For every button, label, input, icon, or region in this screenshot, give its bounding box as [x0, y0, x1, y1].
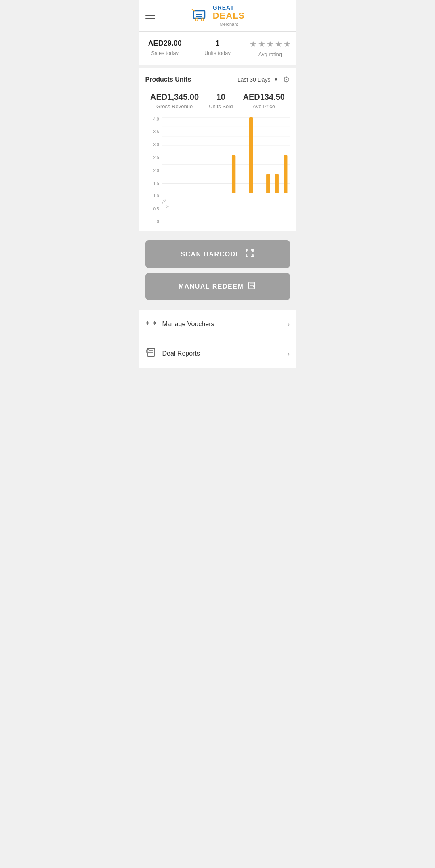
units-value: 1 [195, 39, 240, 48]
scan-barcode-label: SCAN BARCODE [181, 251, 241, 258]
edit-icon [248, 281, 256, 292]
manual-redeem-label: MANUAL REDEEM [179, 283, 244, 290]
y-label-0: 0 [145, 220, 161, 224]
products-header: Products Units Last 30 Days ▼ ⚙ [145, 75, 290, 84]
svg-point-4 [195, 19, 198, 21]
y-label-15: 1.5 [145, 182, 161, 186]
scan-barcode-button[interactable]: SCAN BARCODE [145, 240, 290, 268]
star-5: ★ [284, 39, 291, 49]
star-3: ★ [267, 39, 274, 49]
y-label-25: 2.5 [145, 156, 161, 160]
bar-jul13 [284, 155, 287, 193]
deal-reports-label: Deal Reports [162, 350, 282, 357]
reports-chevron-icon: › [288, 350, 290, 358]
bar-chart: Jun 17 Jun 19 Jun 21 Jun 23 Jun 25 Jun 2… [162, 117, 290, 208]
bar-jul07 [249, 117, 252, 193]
sales-label: Sales today [142, 50, 188, 56]
svg-point-28 [154, 322, 156, 324]
manage-vouchers-item[interactable]: Manage Vouchers › [139, 310, 296, 339]
manual-redeem-button[interactable]: MANUAL REDEEM [145, 273, 290, 300]
logo-deals: DEALS [213, 11, 245, 21]
rating-stat: ★ ★ ★ ★ ★ Avg rating [244, 32, 296, 65]
stars-container: ★ ★ ★ ★ ★ [247, 39, 293, 49]
vouchers-chevron-icon: › [288, 320, 290, 329]
sales-value: AED29.00 [142, 39, 188, 48]
voucher-icon [145, 318, 157, 331]
app-header: GREAT DEALS Merchant [139, 0, 296, 32]
products-section: Products Units Last 30 Days ▼ ⚙ AED1,345… [139, 68, 296, 231]
logo-merchant: Merchant [213, 22, 245, 27]
y-label-35: 3.5 [145, 130, 161, 134]
star-4: ★ [275, 39, 282, 49]
avg-price-metric: AED134.50 Avg Price [243, 92, 285, 109]
menu-button[interactable] [145, 13, 155, 19]
bar-jul03 [231, 155, 235, 193]
y-axis: 4.0 3.5 3.0 2.5 2.0 1.5 1.0 0.5 0 [145, 117, 161, 224]
scan-icon [245, 248, 254, 260]
svg-point-27 [147, 322, 148, 324]
revenue-value: AED1,345.00 [150, 92, 199, 102]
deal-reports-item[interactable]: Deal Reports › [139, 339, 296, 368]
star-1: ★ [250, 39, 257, 49]
settings-icon[interactable]: ⚙ [283, 75, 290, 84]
rating-label: Avg rating [247, 51, 293, 57]
sales-stat: AED29.00 Sales today [139, 32, 191, 65]
units-sold-label: Units Sold [209, 103, 233, 109]
y-label-30: 3.0 [145, 143, 161, 147]
stats-bar: AED29.00 Sales today 1 Units today ★ ★ ★… [139, 32, 296, 65]
logo: GREAT DEALS Merchant [190, 5, 245, 27]
units-sold-metric: 10 Units Sold [209, 92, 233, 109]
action-section: SCAN BARCODE MANUAL REDEEM [139, 234, 296, 306]
svg-rect-33 [147, 350, 149, 353]
metrics-row: AED1,345.00 Gross Revenue 10 Units Sold … [145, 92, 290, 109]
y-label-05: 0.5 [145, 207, 161, 211]
y-label-20: 2.0 [145, 169, 161, 173]
star-2: ★ [258, 39, 265, 49]
revenue-metric: AED1,345.00 Gross Revenue [150, 92, 199, 109]
revenue-label: Gross Revenue [150, 103, 199, 109]
y-label-10: 1.0 [145, 194, 161, 198]
logo-cart-icon [190, 8, 210, 24]
manage-vouchers-label: Manage Vouchers [162, 321, 282, 328]
reports-icon [145, 347, 157, 360]
dropdown-arrow-icon: ▼ [274, 77, 279, 82]
period-selector[interactable]: Last 30 Days ▼ [237, 76, 279, 83]
units-stat: 1 Units today [191, 32, 244, 65]
menu-items: Manage Vouchers › Deal Reports › [139, 310, 296, 368]
units-label: Units today [195, 50, 240, 56]
avg-price-label: Avg Price [243, 103, 285, 109]
logo-great: GREAT [213, 5, 245, 11]
avg-price-value: AED134.50 [243, 92, 285, 102]
chart-container: 4.0 3.5 3.0 2.5 2.0 1.5 1.0 0.5 0 [145, 117, 290, 224]
bar-jul11b [275, 174, 278, 193]
bar-jul11a [266, 174, 270, 193]
svg-point-5 [201, 19, 204, 21]
period-label: Last 30 Days [237, 76, 271, 83]
logo-text: GREAT DEALS Merchant [213, 5, 245, 27]
units-sold-value: 10 [209, 92, 233, 102]
y-label-40: 4.0 [145, 117, 161, 122]
products-title: Products Units [145, 76, 191, 83]
